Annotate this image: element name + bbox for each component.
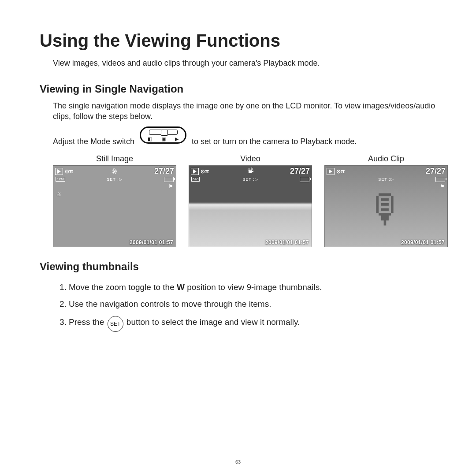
step-1: Move the zoom toggle to the W position t… [69,281,441,294]
still-label: Still Image [53,154,176,164]
step-2: Use the navigation controls to move thro… [69,298,441,311]
section-heading-single-nav: Viewing in Single Navigation [40,83,441,95]
lcd-examples-row: Still Image ⊙π 🎤︎ 27/27 12M SET :▷ ⚑ 🖨︎ … [53,154,441,247]
camera-icon: ◧ [148,136,152,142]
video-icon: ▣ [161,136,166,142]
thumbnail-steps: Move the zoom toggle to the W position t… [58,281,441,331]
set-button-icon: SET [108,316,123,332]
playback-icon [327,168,335,175]
page-title: Using the Viewing Functions [40,31,441,51]
mode-switch-line: Adjust the Mode switch ◧▣▶ to set or tur… [53,129,441,146]
play-icon: ▶ [175,136,178,142]
lock-icon: ⊙π [65,168,73,175]
mode-post-text: to set or turn on the camera to Playback… [192,137,357,146]
audio-col: Audio Clip ⊙π 27/27 SET :▷ ⚑ 🎙︎ 2009/01/… [324,154,448,247]
video-resolution: 640 [191,177,200,182]
mic-icon: 🎤︎ [112,168,118,175]
audio-set: SET :▷ [378,177,394,182]
video-datetime: 2009/01/01 01:57 [265,239,309,245]
still-counter: 27/27 [154,167,174,176]
lock-icon: ⊙π [336,168,345,175]
audio-counter: 27/27 [426,167,446,176]
video-col: Video ⊙π 📽︎ 27/27 640 SET :▷ 2009/01/01 … [189,154,312,247]
videocam-icon: 📽︎ [247,167,254,174]
section-heading-thumbnails: Viewing thumbnails [40,260,441,273]
video-set: SET :▷ [242,177,258,182]
flag-icon: ⚑ [53,182,176,190]
page-number: 63 [235,459,241,465]
w-position: W [177,283,185,292]
lock-icon: ⊙π [201,168,209,175]
microphone-icon: 🎙︎ [366,186,406,232]
video-label: Video [189,154,312,164]
still-set: SET :▷ [107,177,122,182]
lcd-still: ⊙π 🎤︎ 27/27 12M SET :▷ ⚑ 🖨︎ 2009/01/01 0… [53,165,176,247]
still-resolution: 12M [56,177,65,182]
playback-icon [191,168,199,175]
playback-icon [55,168,63,175]
video-counter: 27/27 [290,167,310,176]
print-icon: 🖨︎ [53,190,176,197]
still-image-col: Still Image ⊙π 🎤︎ 27/27 12M SET :▷ ⚑ 🖨︎ … [53,154,176,247]
audio-label: Audio Clip [324,154,448,164]
still-datetime: 2009/01/01 01:57 [130,239,173,245]
step-3: Press the SET button to select the image… [69,315,441,331]
battery-icon [435,177,445,182]
lcd-video: ⊙π 📽︎ 27/27 640 SET :▷ 2009/01/01 01:57 [189,165,312,247]
battery-icon [300,177,309,182]
mode-switch-icon: ◧▣▶ [140,126,186,144]
mode-pre-text: Adjust the Mode switch [53,137,134,146]
lcd-audio: ⊙π 27/27 SET :▷ ⚑ 🎙︎ 2009/01/01 01:57 [324,165,448,247]
battery-icon [164,177,174,182]
section1-paragraph: The single navigation mode displays the … [53,100,441,122]
intro-text: View images, videos and audio clips thro… [53,59,441,68]
audio-datetime: 2009/01/01 01:57 [401,239,445,245]
